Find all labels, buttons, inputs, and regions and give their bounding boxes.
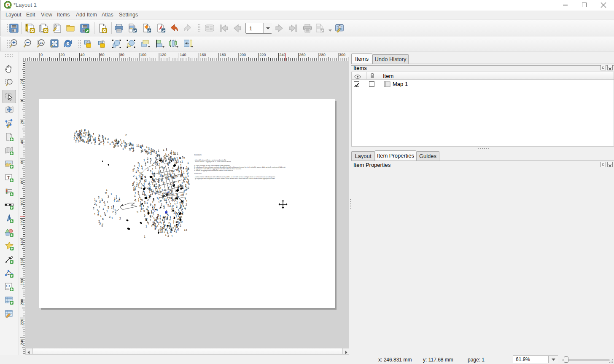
svg-text:1: 1: [154, 227, 156, 230]
svg-text:1: 1: [145, 225, 147, 228]
svg-text:1: 1: [152, 163, 154, 166]
svg-text:1: 1: [106, 188, 108, 191]
svg-text:26.06.2020: 26.06.2020: [194, 154, 202, 156]
svg-text:1: 1: [150, 219, 151, 222]
svg-text:1: 1: [175, 211, 177, 214]
svg-text:1: 1: [121, 145, 122, 147]
svg-text:1: 1: [141, 166, 143, 169]
svg-text:1: 1: [165, 228, 167, 230]
svg-text:1: 1: [152, 178, 154, 181]
svg-text:1: 1: [104, 203, 106, 206]
svg-text:1: 1: [156, 217, 157, 220]
svg-text:4: 4: [148, 222, 149, 225]
svg-text:1: 1: [146, 201, 148, 204]
svg-text:1: 1: [139, 172, 141, 175]
svg-text:3: 3: [108, 195, 109, 198]
svg-text:1: 1: [167, 216, 168, 219]
svg-text:1: 1: [178, 165, 179, 168]
svg-text:1: 1: [144, 235, 145, 238]
svg-text:1: 1: [151, 225, 153, 228]
svg-text:3: 3: [150, 152, 152, 155]
svg-text:1: 1: [155, 151, 157, 154]
svg-text:1: 1: [144, 201, 146, 204]
svg-text:1: 1: [171, 206, 173, 209]
svg-text:300: 300: [339, 53, 345, 57]
svg-text:1: 1: [174, 229, 175, 232]
svg-text:3: 3: [164, 216, 166, 219]
svg-text:4: 4: [102, 137, 104, 140]
svg-text:2: 2: [188, 186, 189, 189]
svg-text:1: 1: [159, 215, 161, 218]
svg-text:1: 1: [118, 141, 120, 144]
svg-text:1: 1: [155, 166, 156, 169]
svg-text:2: 2: [154, 150, 155, 153]
svg-text:3: 3: [98, 196, 100, 199]
svg-text:2: 2: [159, 220, 161, 223]
svg-text:1: 1: [81, 128, 83, 131]
svg-text:1: 1: [170, 216, 171, 219]
svg-text:1: 1: [162, 218, 164, 221]
svg-text:1: 1: [86, 141, 88, 144]
svg-text:2: 2: [158, 180, 160, 183]
svg-text:1: 1: [158, 149, 159, 152]
svg-text:1: 1: [116, 142, 118, 145]
svg-text:2: 2: [126, 142, 127, 145]
svg-text:1: 1: [138, 163, 140, 166]
svg-text:3: 3: [164, 167, 165, 170]
svg-text:4: 4: [147, 161, 148, 163]
svg-text:1: 1: [170, 230, 172, 233]
svg-text:3: 3: [107, 137, 109, 140]
svg-text:1: 1: [139, 182, 140, 185]
svg-text:2: 2: [179, 156, 181, 159]
svg-text:1: 1: [85, 134, 86, 136]
svg-text:3: 3: [155, 182, 157, 185]
svg-text:4: 4: [161, 230, 163, 233]
svg-text:2: 2: [147, 168, 149, 171]
svg-text:2: 2: [91, 142, 92, 145]
svg-text:3: 3: [124, 147, 126, 150]
svg-text:1: 1: [96, 203, 97, 206]
svg-text:1: 1: [120, 139, 121, 142]
svg-text:1: 1: [106, 210, 108, 213]
svg-text:2: 2: [88, 135, 89, 138]
svg-text:2: 2: [174, 176, 175, 179]
svg-text:2: 2: [100, 140, 102, 143]
svg-text:1: 1: [159, 197, 161, 200]
svg-text:1: 1: [95, 199, 97, 202]
svg-text:1: 1: [102, 198, 103, 201]
svg-text:1: 1: [172, 175, 173, 178]
svg-text:1: 1: [107, 140, 109, 143]
svg-text:1: 1: [183, 171, 185, 174]
svg-text:1: 1: [114, 209, 116, 211]
svg-text:3: 3: [172, 227, 174, 230]
svg-text:26: 26: [180, 193, 184, 196]
svg-text:1: 1: [159, 165, 161, 168]
svg-text:1: 1: [140, 201, 141, 204]
svg-text:3: 3: [99, 200, 101, 203]
svg-text:1: 1: [123, 140, 125, 143]
svg-text:1: 1: [177, 152, 178, 155]
svg-text:2: 2: [132, 183, 134, 186]
svg-text:1: 1: [185, 184, 186, 187]
svg-text:2: 2: [160, 200, 162, 203]
svg-text:1: 1: [171, 235, 173, 238]
svg-text:70: 70: [183, 177, 186, 180]
svg-text:1: 1: [186, 166, 188, 169]
svg-text:4: 4: [175, 220, 177, 223]
svg-text:1: 1: [187, 181, 189, 184]
svg-text:1: 1: [152, 168, 154, 171]
svg-text:2: 2: [149, 184, 151, 187]
svg-text:2: 2: [136, 184, 137, 187]
svg-text:1: 1: [98, 136, 100, 139]
svg-text:1: 1: [122, 147, 124, 150]
svg-text:1: 1: [143, 205, 145, 208]
svg-text:1: 1: [144, 179, 146, 182]
svg-text:5: 5: [179, 198, 180, 201]
svg-text:1: 1: [133, 148, 135, 151]
svg-text:1: 1: [154, 204, 156, 207]
svg-text:5: 5: [183, 157, 185, 160]
svg-text:1: 1: [135, 192, 136, 195]
svg-text:1: 1: [148, 181, 150, 184]
svg-text:1: 1: [109, 142, 111, 145]
svg-text:5: 5: [170, 196, 172, 199]
